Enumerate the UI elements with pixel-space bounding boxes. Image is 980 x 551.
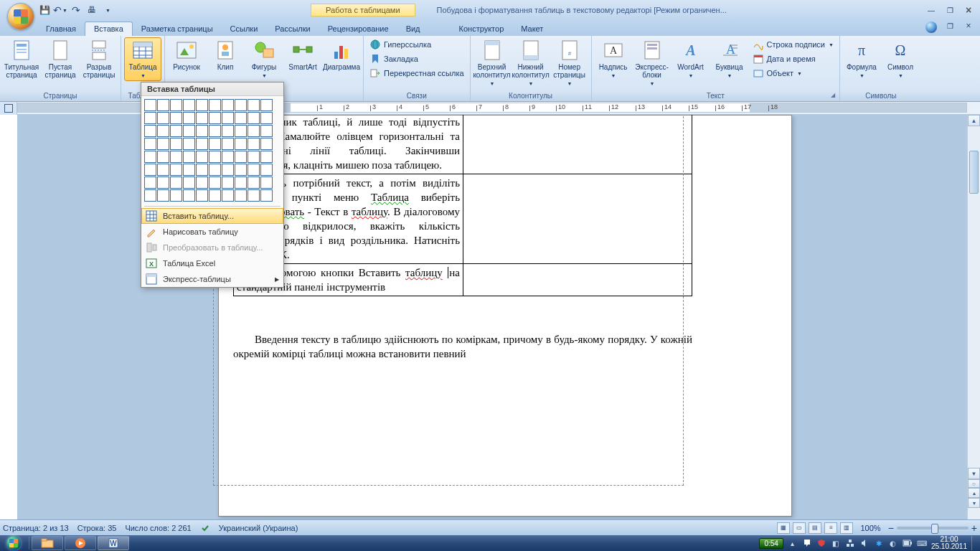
dd-excel-table[interactable]: XТаблица Excel <box>141 255 283 271</box>
tray-app-icon[interactable]: ◧ <box>831 538 841 548</box>
prev-page-button[interactable]: ▴ <box>968 488 980 498</box>
tab-mailings[interactable]: Рассылки <box>266 22 319 36</box>
view-outline[interactable]: ≡ <box>824 522 837 534</box>
quickparts-button[interactable]: Экспресс-блоки▼ <box>633 37 671 89</box>
grid-cell[interactable] <box>248 138 260 150</box>
grid-cell[interactable] <box>183 112 195 124</box>
zoom-slider[interactable] <box>897 527 969 529</box>
grid-cell[interactable] <box>260 99 273 111</box>
tray-bluetooth-icon[interactable]: ✱ <box>874 538 884 548</box>
tray-volume-icon[interactable] <box>859 538 870 548</box>
qat-customize[interactable]: ▼ <box>100 3 115 17</box>
status-words[interactable]: Число слов: 2 261 <box>125 524 191 532</box>
tab-review[interactable]: Рецензирование <box>319 22 397 36</box>
grid-cell[interactable] <box>235 176 247 189</box>
task-explorer[interactable] <box>32 536 63 550</box>
grid-cell[interactable] <box>170 112 182 124</box>
doc-restore[interactable]: ❐ <box>941 20 958 32</box>
grid-cell[interactable] <box>183 189 195 202</box>
grid-cell[interactable] <box>157 189 169 202</box>
grid-cell[interactable] <box>260 176 273 189</box>
scroll-down-button[interactable]: ▼ <box>968 468 980 479</box>
dd-quick-tables[interactable]: Экспресс-таблицы▶ <box>141 271 283 287</box>
tray-up-icon[interactable]: ▴ <box>788 538 798 548</box>
footer-button[interactable]: Нижний колонтитул▼ <box>512 37 550 89</box>
textbox-button[interactable]: AНадпись▼ <box>595 37 632 81</box>
grid-cell[interactable] <box>248 99 260 111</box>
grid-cell[interactable] <box>222 176 234 189</box>
grid-cell[interactable] <box>235 189 247 202</box>
grid-cell[interactable] <box>248 151 260 163</box>
tab-page-layout[interactable]: Разметка страницы <box>133 22 222 36</box>
grid-cell[interactable] <box>183 125 195 137</box>
grid-cell[interactable] <box>170 151 182 163</box>
symbol-button[interactable]: ΩСимвол▼ <box>882 37 919 81</box>
grid-cell[interactable] <box>183 99 195 111</box>
browse-object-button[interactable]: ○ <box>968 479 980 488</box>
grid-cell[interactable] <box>248 125 260 137</box>
grid-cell[interactable] <box>157 138 169 150</box>
hyperlink-button[interactable]: Гиперссылка <box>367 37 467 52</box>
grid-cell[interactable] <box>209 99 221 111</box>
datetime-button[interactable]: Дата и время <box>750 52 837 66</box>
grid-cell[interactable] <box>260 151 273 163</box>
grid-cell[interactable] <box>209 112 221 124</box>
grid-cell[interactable] <box>209 176 221 189</box>
grid-cell[interactable] <box>157 125 169 137</box>
grid-cell[interactable] <box>170 125 182 137</box>
grid-cell[interactable] <box>222 164 234 176</box>
grid-cell[interactable] <box>196 112 208 124</box>
grid-cell[interactable] <box>235 151 247 163</box>
grid-cell[interactable] <box>170 176 182 189</box>
grid-cell[interactable] <box>209 189 221 202</box>
grid-cell[interactable] <box>235 112 247 124</box>
table-cell[interactable] <box>463 174 692 264</box>
grid-cell[interactable] <box>170 164 182 176</box>
view-draft[interactable]: ▥ <box>840 522 853 534</box>
grid-cell[interactable] <box>157 176 169 189</box>
tray-network-icon[interactable] <box>845 538 855 548</box>
bookmark-button[interactable]: Закладка <box>367 52 467 66</box>
grid-cell[interactable] <box>157 164 169 176</box>
page[interactable]: прямокутник таблиці, й лише тоді відпуст… <box>218 115 792 517</box>
grid-cell[interactable] <box>144 176 156 189</box>
grid-cell[interactable] <box>248 164 260 176</box>
grid-cell[interactable] <box>235 164 247 176</box>
grid-cell[interactable] <box>235 138 247 150</box>
start-button[interactable] <box>0 535 27 551</box>
grid-cell[interactable] <box>183 138 195 150</box>
blank-page-button[interactable]: Пустая страница <box>42 37 79 80</box>
grid-cell[interactable] <box>196 176 208 189</box>
tab-insert[interactable]: Вставка <box>85 22 133 36</box>
grid-cell[interactable] <box>157 99 169 111</box>
qat-print[interactable] <box>85 3 99 17</box>
tab-view[interactable]: Вид <box>397 22 429 36</box>
grid-cell[interactable] <box>222 125 234 137</box>
grid-cell[interactable] <box>209 151 221 163</box>
grid-cell[interactable] <box>222 112 234 124</box>
dd-draw-table[interactable]: Нарисовать таблицу <box>141 224 283 240</box>
grid-cell[interactable] <box>144 151 156 163</box>
chart-button[interactable]: Диаграмма <box>323 37 360 72</box>
grid-cell[interactable] <box>170 189 182 202</box>
view-print-layout[interactable]: ▦ <box>777 522 790 534</box>
grid-cell[interactable] <box>157 151 169 163</box>
tab-layout[interactable]: Макет <box>512 22 552 36</box>
crossref-button[interactable]: Перекрестная ссылка <box>367 66 467 80</box>
grid-cell[interactable] <box>260 164 273 176</box>
vertical-scrollbar[interactable]: ▲ ▼ ○ ▴ ▾ <box>967 115 980 519</box>
zoom-level[interactable]: 100% <box>860 524 880 532</box>
scroll-up-button[interactable]: ▲ <box>968 115 980 126</box>
grid-cell[interactable] <box>170 138 182 150</box>
grid-cell[interactable] <box>183 164 195 176</box>
zoom-out-button[interactable]: − <box>888 522 894 534</box>
equation-button[interactable]: πФормула▼ <box>843 37 880 81</box>
tray-app2-icon[interactable]: ◐ <box>888 538 898 548</box>
page-number-button[interactable]: #Номер страницы▼ <box>551 37 588 89</box>
tray-action-center-icon[interactable] <box>802 538 812 548</box>
grid-cell[interactable] <box>144 164 156 176</box>
tray-power-icon[interactable] <box>903 538 913 548</box>
doc-close[interactable]: × <box>960 20 977 32</box>
grid-cell[interactable] <box>196 164 208 176</box>
grid-cell[interactable] <box>196 151 208 163</box>
